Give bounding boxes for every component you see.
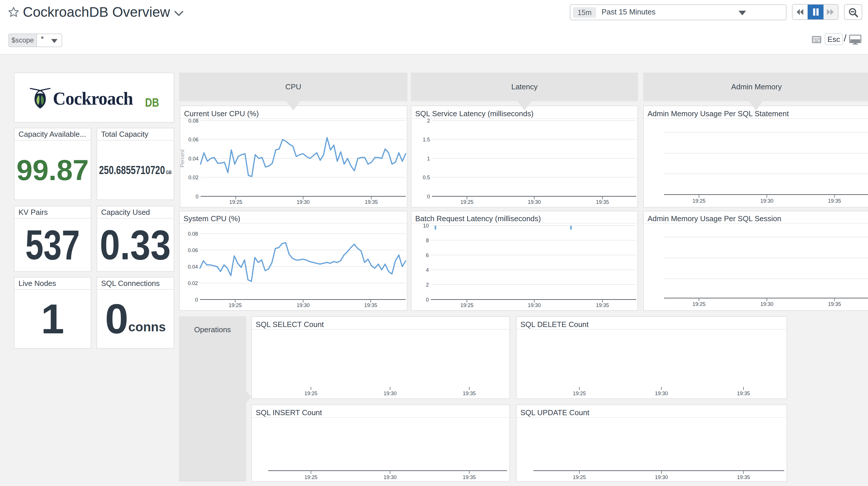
svg-text:0: 0	[195, 297, 198, 303]
svg-text:19:35: 19:35	[737, 391, 750, 396]
svg-text:1: 1	[427, 156, 430, 162]
svg-text:19:25: 19:25	[304, 475, 317, 480]
svg-text:19:35: 19:35	[596, 303, 609, 308]
svg-text:1.5: 1.5	[423, 137, 430, 143]
svg-text:19:30: 19:30	[655, 475, 668, 480]
svg-text:19:30: 19:30	[297, 199, 309, 205]
svg-text:19:30: 19:30	[383, 391, 397, 396]
svg-text:6: 6	[426, 252, 429, 258]
svg-text:19:25: 19:25	[304, 391, 317, 396]
svg-text:19:35: 19:35	[596, 199, 609, 205]
svg-text:0.04: 0.04	[188, 156, 198, 162]
svg-text:19:30: 19:30	[297, 303, 309, 308]
svg-text:0: 0	[196, 194, 198, 199]
svg-text:19:25: 19:25	[460, 199, 473, 205]
svg-text:4: 4	[426, 267, 429, 273]
svg-text:0.02: 0.02	[188, 175, 198, 180]
svg-text:19:35: 19:35	[828, 301, 841, 307]
svg-text:19:25: 19:25	[460, 303, 473, 308]
svg-text:0.08: 0.08	[188, 118, 198, 124]
svg-text:8: 8	[426, 238, 429, 244]
svg-text:19:30: 19:30	[655, 391, 668, 396]
svg-text:19:35: 19:35	[364, 303, 377, 308]
svg-text:19:30: 19:30	[760, 198, 773, 204]
svg-text:19:35: 19:35	[365, 199, 378, 205]
svg-text:2: 2	[427, 118, 430, 124]
svg-text:0: 0	[426, 297, 429, 303]
svg-text:19:35: 19:35	[828, 198, 841, 204]
svg-text:19:25: 19:25	[573, 391, 586, 396]
svg-text:0.06: 0.06	[188, 248, 198, 253]
svg-text:19:25: 19:25	[692, 198, 705, 204]
svg-text:Percent: Percent	[180, 149, 185, 167]
svg-text:2: 2	[426, 282, 429, 288]
svg-text:0.06: 0.06	[188, 137, 198, 143]
svg-text:10: 10	[423, 223, 429, 229]
svg-text:0.04: 0.04	[188, 264, 198, 270]
svg-text:19:35: 19:35	[463, 475, 475, 480]
svg-text:19:30: 19:30	[528, 303, 540, 308]
svg-text:19:25: 19:25	[573, 475, 586, 480]
svg-text:19:30: 19:30	[760, 301, 773, 307]
svg-text:0: 0	[427, 194, 430, 199]
svg-text:19:25: 19:25	[692, 301, 705, 307]
svg-text:19:30: 19:30	[383, 475, 397, 480]
svg-text:0.02: 0.02	[188, 281, 198, 286]
svg-text:19:25: 19:25	[229, 199, 242, 205]
svg-text:0.5: 0.5	[423, 175, 430, 180]
svg-text:19:35: 19:35	[463, 391, 475, 396]
svg-text:19:25: 19:25	[228, 303, 242, 308]
svg-text:19:35: 19:35	[737, 475, 750, 480]
svg-text:0.08: 0.08	[188, 231, 198, 237]
svg-text:19:30: 19:30	[528, 199, 540, 205]
